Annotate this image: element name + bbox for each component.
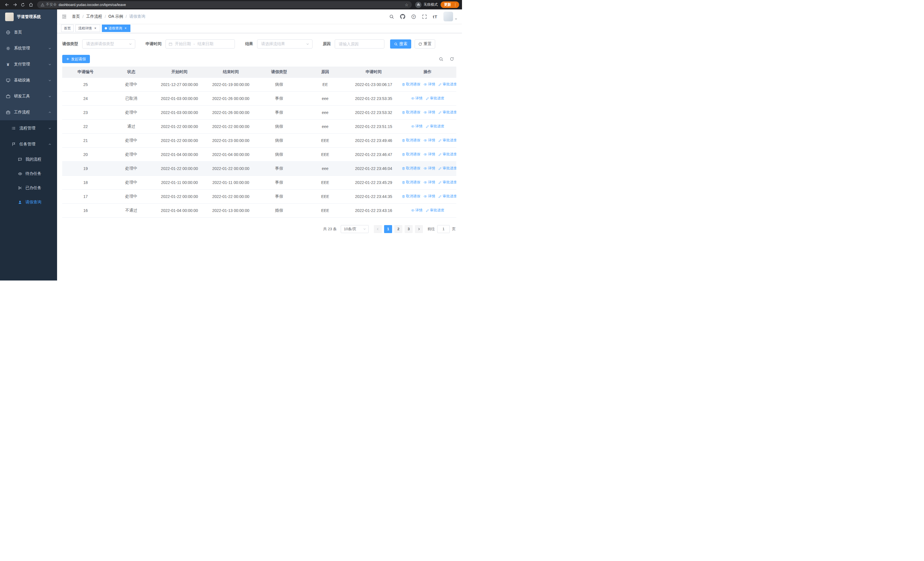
tab-process-detail[interactable]: 流程详情 × (75, 24, 100, 32)
browser-forward-button[interactable] (11, 1, 19, 9)
sidebar-item-done-tasks[interactable]: 已办任务 (0, 181, 57, 195)
sidebar-item-todo-tasks[interactable]: 待办任务 (0, 167, 57, 181)
page-suffix: 页 (452, 227, 456, 232)
detail-link[interactable]: 详情 (423, 110, 435, 115)
browser-update-button[interactable]: 更新 ⋮ (441, 2, 459, 8)
table-refresh-button[interactable] (450, 57, 454, 61)
github-icon (400, 14, 405, 19)
browser-menu-icon[interactable]: ⋮ (453, 3, 457, 7)
eye-icon (411, 209, 415, 212)
detail-link[interactable]: 详情 (411, 124, 423, 129)
sidebar-item-leave-query[interactable]: 请假查询 (0, 195, 57, 209)
approval-progress-label: 审批进度 (430, 96, 444, 101)
breadcrumb-home[interactable]: 首页 (72, 14, 80, 19)
cancel-leave-link[interactable]: 取消请假 (402, 166, 420, 171)
help-button[interactable]: ? (411, 14, 416, 19)
cancel-leave-link[interactable]: 取消请假 (402, 110, 420, 115)
browser-back-button[interactable] (3, 1, 11, 9)
leave-type-select[interactable]: 请选择请假类型 (82, 39, 135, 48)
cancel-leave-link[interactable]: 取消请假 (402, 152, 420, 157)
page-button-1[interactable]: 1 (384, 225, 392, 233)
active-tab-dot-icon (105, 27, 107, 29)
approval-progress-link[interactable]: 审批进度 (438, 138, 456, 143)
approval-progress-link[interactable]: 审批进度 (426, 124, 444, 129)
table-search-toggle-button[interactable] (439, 57, 444, 62)
approval-progress-link[interactable]: 审批进度 (438, 180, 456, 185)
header-end-time: 结束时间 (205, 66, 256, 77)
forward-arrow-icon (12, 2, 17, 7)
sidebar-item-workflow[interactable]: 工作流程 (0, 104, 57, 120)
detail-link[interactable]: 详情 (423, 166, 435, 171)
top-navbar: 首页 / 工作流程 / OA 示例 / 请假查询 ? (57, 9, 462, 24)
detail-link[interactable]: 详情 (423, 82, 435, 87)
search-button[interactable]: 搜索 (390, 39, 411, 48)
approval-progress-link[interactable]: 审批进度 (426, 208, 444, 213)
address-bar[interactable]: 不安全 dashboard.yudao.iocoder.cn/bpm/oa/le… (37, 1, 412, 8)
browser-home-button[interactable] (27, 1, 35, 9)
security-indicator[interactable]: 不安全 (40, 2, 57, 7)
breadcrumb-oa-example[interactable]: OA 示例 (108, 14, 123, 19)
font-size-button[interactable]: tT (433, 14, 438, 19)
next-page-button[interactable] (415, 225, 423, 233)
cell-end-time: 2022-01-19 00:00:00 (205, 77, 256, 92)
app-logo-row[interactable]: 芋道管理系统 (0, 9, 57, 24)
create-leave-button[interactable]: 发起请假 (62, 55, 90, 63)
cancel-leave-link[interactable]: 取消请假 (402, 138, 420, 143)
approval-progress-label: 审批进度 (442, 152, 456, 157)
detail-label: 详情 (416, 96, 423, 101)
goto-page-input[interactable] (437, 225, 450, 233)
detail-link[interactable]: 详情 (423, 138, 435, 143)
scissors-icon (18, 186, 22, 190)
approval-progress-link[interactable]: 审批进度 (438, 194, 456, 199)
cell-status: 处理中 (109, 175, 153, 190)
breadcrumb-workflow[interactable]: 工作流程 (86, 14, 102, 19)
result-select[interactable]: 请选择流结果 (257, 39, 312, 48)
sidebar-item-devtools[interactable]: 研发工具 (0, 88, 57, 104)
cancel-leave-link[interactable]: 取消请假 (402, 82, 420, 87)
sidebar-item-my-process[interactable]: 我的流程 (0, 152, 57, 167)
sidebar-item-task-management[interactable]: 任务管理 (0, 136, 57, 152)
sidebar-collapse-button[interactable] (62, 14, 67, 19)
prev-page-button[interactable] (374, 225, 382, 233)
sidebar-item-system[interactable]: 系统管理 (0, 40, 57, 56)
sidebar-item-infra[interactable]: 基础设施 (0, 72, 57, 88)
page-size-select[interactable]: 10条/页 (341, 225, 369, 233)
detail-link[interactable]: 详情 (423, 152, 435, 157)
cell-reason: EEE (302, 190, 348, 203)
approval-progress-link[interactable]: 审批进度 (438, 82, 456, 87)
page-button-3[interactable]: 3 (405, 225, 412, 233)
apply-time-range-picker[interactable]: 开始日期 - 结束日期 (165, 39, 235, 48)
date-start-placeholder: 开始日期 (175, 41, 191, 47)
sidebar-item-process-management[interactable]: 流程管理 (0, 120, 57, 136)
cell-reason: eee (302, 119, 348, 133)
detail-link[interactable]: 详情 (423, 194, 435, 199)
detail-link[interactable]: 详情 (423, 180, 435, 185)
approval-progress-link[interactable]: 审批进度 (426, 96, 444, 101)
sidebar-item-label: 已办任务 (26, 185, 41, 191)
detail-link[interactable]: 详情 (411, 96, 423, 101)
close-icon[interactable]: × (93, 26, 97, 30)
close-icon[interactable]: × (123, 26, 128, 30)
eye-icon (18, 171, 22, 176)
fullscreen-button[interactable] (422, 14, 427, 19)
browser-reload-button[interactable] (19, 1, 27, 9)
page-button-2[interactable]: 2 (394, 225, 402, 233)
sidebar-item-payment[interactable]: ¥ 支付管理 (0, 56, 57, 72)
cancel-leave-link[interactable]: 取消请假 (402, 194, 420, 199)
tab-home[interactable]: 首页 (61, 24, 74, 32)
approval-progress-link[interactable]: 审批进度 (438, 152, 456, 157)
github-link[interactable] (400, 14, 405, 19)
detail-link[interactable]: 详情 (411, 208, 423, 213)
approval-progress-link[interactable]: 审批进度 (438, 110, 456, 115)
sidebar-item-home[interactable]: 首页 (0, 24, 57, 40)
approval-progress-link[interactable]: 审批进度 (438, 166, 456, 171)
user-menu[interactable] (444, 12, 458, 21)
header-search-button[interactable] (389, 14, 394, 19)
reset-button[interactable]: 重置 (415, 39, 435, 48)
bookmark-star-icon[interactable]: ☆ (405, 3, 408, 7)
reason-input[interactable] (335, 39, 384, 48)
calendar-icon (169, 42, 172, 46)
tab-leave-query[interactable]: 请假查询 × (102, 24, 130, 32)
page-size-value: 10条/页 (344, 227, 356, 232)
cancel-leave-link[interactable]: 取消请假 (402, 180, 420, 185)
